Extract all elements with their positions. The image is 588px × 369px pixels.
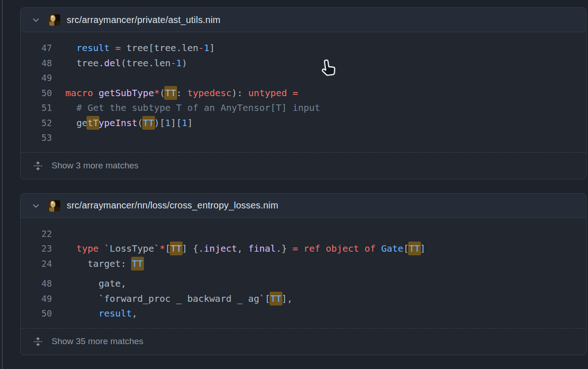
code-token: ) <box>182 58 187 69</box>
code-text: result, <box>52 306 138 321</box>
code-token: : <box>176 87 187 98</box>
code-token: typedesc <box>187 87 231 98</box>
code-token: , <box>132 308 138 319</box>
code-token: = <box>293 87 298 98</box>
code-token <box>298 243 304 254</box>
unfold-icon <box>33 161 43 171</box>
code-token: `forward_proc _ backward _ ag`[ <box>65 293 271 304</box>
file-header[interactable]: src/arraymancer/nn/loss/cross_entropy_lo… <box>21 194 586 218</box>
chevron-down-icon[interactable] <box>31 201 40 210</box>
code-search-results: src/arraymancer/private/ast_utils.nim47 … <box>20 7 587 369</box>
search-match-highlight: TT <box>408 242 421 255</box>
code-text: macro getSubType*(TT: typedesc): untyped… <box>52 86 298 101</box>
search-match-highlight: TT <box>131 257 144 271</box>
search-match-highlight: TT <box>170 242 183 255</box>
code-token: 1 <box>176 58 182 69</box>
code-line: 49 `forward_proc _ backward _ ag`[TT], <box>21 291 586 306</box>
code-token: .} <box>276 243 293 254</box>
code-token: Gate <box>381 243 403 254</box>
line-number[interactable]: 50 <box>21 86 52 101</box>
code-text: tree.del(tree.len-1) <box>52 56 187 71</box>
code-token: del <box>104 58 121 69</box>
code-chunk: 47 result = tree[tree.len-1]48 tree.del(… <box>21 40 586 145</box>
code-line: 23 type `LossType`*[TT] {.inject, final.… <box>21 241 586 256</box>
code-token <box>65 42 76 53</box>
file-path-link[interactable]: src/arraymancer/nn/loss/cross_entropy_lo… <box>67 200 278 211</box>
code-token <box>65 102 76 113</box>
code-snippet: 47 result = tree[tree.len-1]48 tree.del(… <box>21 32 586 152</box>
code-chunk: 48 gate,49 `forward_proc _ backward _ ag… <box>21 276 586 321</box>
code-token <box>359 243 364 254</box>
code-token: tree[tree.len <box>121 42 198 53</box>
code-text <box>52 70 65 86</box>
code-token: , <box>237 243 248 254</box>
code-text: # Get the subtype T of an AnyTensor[T] i… <box>52 100 320 115</box>
search-match-highlight: TT <box>270 292 282 306</box>
code-token: - <box>171 58 176 69</box>
show-more-label: Show 3 more matches <box>52 161 138 171</box>
line-number[interactable]: 49 <box>21 291 52 306</box>
code-snippet: 2223 type `LossType`*[TT] {.inject, fina… <box>21 218 586 328</box>
arraymancer-repo-avatar <box>48 200 60 212</box>
line-number[interactable]: 52 <box>21 115 52 131</box>
file-path-link[interactable]: src/arraymancer/private/ast_utils.nim <box>67 15 220 25</box>
code-text: gate, <box>52 276 126 291</box>
code-token: ] <box>209 42 215 53</box>
code-token: ] <box>187 117 193 128</box>
search-match-highlight: tT <box>86 116 99 130</box>
line-number[interactable]: 48 <box>21 276 52 291</box>
code-token: 1 <box>182 117 187 128</box>
code-token: 1 <box>165 117 171 128</box>
line-number[interactable]: 53 <box>21 130 52 145</box>
show-more-label: Show 35 more matches <box>52 336 144 346</box>
code-token: ref <box>304 243 320 254</box>
show-more-matches-button[interactable]: Show 3 more matches <box>21 152 586 179</box>
code-token: 1 <box>204 42 209 53</box>
code-line: 48 gate, <box>21 276 586 291</box>
code-token <box>65 243 76 254</box>
line-number[interactable]: 24 <box>21 256 52 271</box>
code-token: ypeInst <box>98 117 137 128</box>
code-token <box>93 87 98 98</box>
code-line: 48 tree.del(tree.len-1) <box>21 56 586 71</box>
unfold-icon <box>33 337 43 346</box>
line-number[interactable]: 50 <box>21 306 52 321</box>
chevron-down-icon[interactable] <box>31 15 40 24</box>
code-token: tree. <box>65 58 104 69</box>
show-more-matches-button[interactable]: Show 35 more matches <box>21 328 586 355</box>
code-text: type `LossType`*[TT] {.inject, final.} =… <box>52 241 426 256</box>
line-number[interactable]: 48 <box>21 56 52 71</box>
code-token: result <box>98 308 132 319</box>
code-token: of <box>364 243 375 254</box>
code-token: target: <box>65 258 132 269</box>
line-number[interactable]: 23 <box>21 241 52 256</box>
code-line: 51 # Get the subtype T of an AnyTensor[T… <box>21 100 586 115</box>
line-number[interactable]: 49 <box>21 70 52 86</box>
line-number[interactable]: 22 <box>21 226 52 242</box>
line-number[interactable]: 47 <box>21 40 52 56</box>
code-line: 24 target: TT <box>21 256 586 271</box>
file-header[interactable]: src/arraymancer/private/ast_utils.nim <box>21 8 586 32</box>
code-text: target: TT <box>52 256 143 271</box>
code-token: result <box>76 42 110 53</box>
code-line: 47 result = tree[tree.len-1] <box>21 40 586 56</box>
code-token <box>110 42 115 53</box>
code-line: 52 getTypeInst(TT)[1][1] <box>21 115 586 131</box>
code-token: ], <box>282 293 293 304</box>
code-token: = <box>115 42 121 53</box>
arraymancer-repo-avatar <box>48 14 60 26</box>
code-token: )[ <box>154 117 165 128</box>
code-line: 49 <box>21 70 586 86</box>
panel-left-divider <box>2 0 3 369</box>
code-token: type <box>76 243 98 254</box>
code-line: 53 <box>21 130 586 145</box>
code-token: object <box>326 243 359 254</box>
code-text: `forward_proc _ backward _ ag`[TT], <box>52 291 293 306</box>
code-token: final <box>248 243 276 254</box>
code-text <box>52 130 65 145</box>
code-token: ge <box>65 117 87 128</box>
file-result-card: src/arraymancer/nn/loss/cross_entropy_lo… <box>20 193 587 355</box>
code-line: 50macro getSubType*(TT: typedesc): untyp… <box>21 86 586 101</box>
line-number[interactable]: 51 <box>21 100 52 115</box>
code-token: gate, <box>65 278 126 289</box>
